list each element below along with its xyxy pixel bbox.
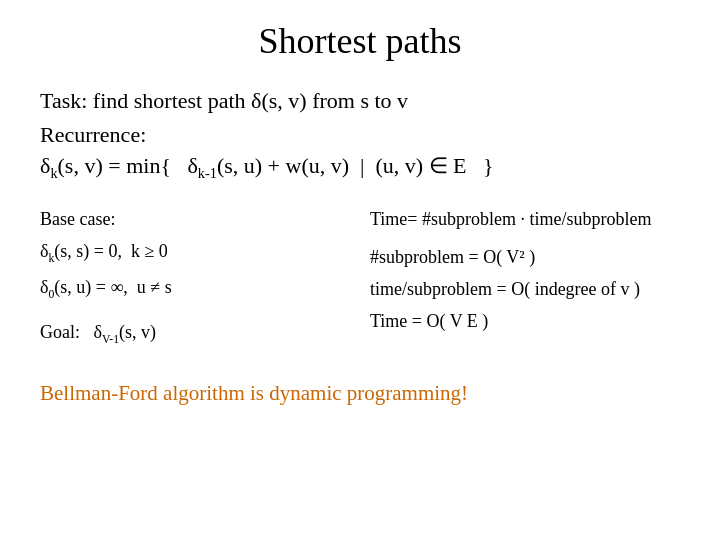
recurrence-formula: δk(s, v) = min{ δk-1(s, u) + w(u, v) | (… bbox=[40, 151, 494, 184]
subproblem-line2: time/subproblem = O( indegree of v ) bbox=[370, 276, 680, 302]
time-line3: Time = O( V E ) bbox=[370, 308, 680, 334]
task-line: Task: find shortest path δ(s, v) from s … bbox=[40, 86, 408, 116]
time-label: Time= #subproblem · time/subproblem bbox=[370, 206, 680, 232]
goal-line: Goal: δV-1(s, v) bbox=[40, 319, 350, 349]
base-case-line2: δ0(s, u) = ∞, u ≠ s bbox=[40, 274, 350, 304]
left-column: Base case: δk(s, s) = 0, k ≥ 0 δ0(s, u) … bbox=[40, 206, 350, 349]
subproblem-line1: #subproblem = O( V² ) bbox=[370, 244, 680, 270]
bellman-ford-line: Bellman-Ford algorithm is dynamic progra… bbox=[40, 381, 468, 406]
page: Shortest paths Task: find shortest path … bbox=[0, 0, 720, 540]
base-case-label: Base case: bbox=[40, 206, 350, 232]
right-column: Time= #subproblem · time/subproblem #sub… bbox=[370, 206, 680, 349]
recurrence-label: Recurrence: bbox=[40, 120, 146, 150]
base-case-line1: δk(s, s) = 0, k ≥ 0 bbox=[40, 238, 350, 268]
page-title: Shortest paths bbox=[40, 20, 680, 62]
columns: Base case: δk(s, s) = 0, k ≥ 0 δ0(s, u) … bbox=[40, 206, 680, 349]
